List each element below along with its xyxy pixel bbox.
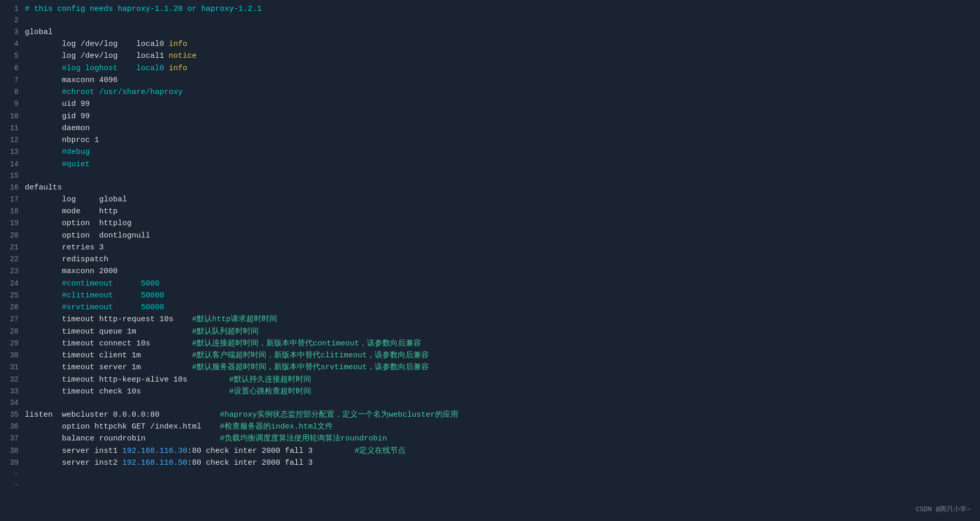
line-content: #debug — [25, 146, 976, 158]
line-content: maxconn 4096 — [25, 74, 976, 86]
code-line: 4 log /dev/log local0 info — [0, 38, 980, 50]
token: timeout http-keep-alive 10s — [25, 375, 229, 384]
token: #默认客户端超时时间，新版本中替代clitimeout，该参数向后兼容 — [192, 351, 429, 360]
token: global — [25, 28, 53, 37]
line-content: redispatch — [25, 254, 976, 265]
line-content: #contimeout 5000 — [25, 278, 976, 290]
line-number: 3 — [4, 27, 19, 38]
code-line: 23 maxconn 2000 — [0, 265, 980, 277]
line-number: 18 — [4, 206, 19, 217]
watermark: CSDN @两只小羊~ — [915, 504, 971, 514]
line-number: 11 — [4, 123, 19, 134]
code-line: ~ — [0, 469, 980, 480]
code-line: 1# this config needs haproxy-1.1.28 or h… — [0, 3, 980, 15]
code-line: 26 #srvtimeout 50000 — [0, 302, 980, 313]
line-content: mode http — [25, 206, 976, 217]
code-line: 19 option httplog — [0, 217, 980, 229]
code-line: 22 redispatch — [0, 254, 980, 265]
token: #chroot /usr/share/haproxy — [25, 88, 183, 97]
line-number: 9 — [4, 99, 19, 110]
line-number: 36 — [4, 421, 19, 433]
line-content: #quiet — [25, 159, 976, 170]
line-number: 33 — [4, 386, 19, 398]
line-content: retries 3 — [25, 242, 976, 254]
token: #默认服务器超时时间，新版本中替代srvtimeout，该参数向后兼容 — [192, 363, 429, 372]
line-number: 16 — [4, 182, 19, 194]
code-line: 36 option httpchk GET /index.html #检查服务器… — [0, 421, 980, 433]
token: timeout client 1m — [25, 351, 192, 360]
line-number: ~ — [4, 469, 19, 480]
line-number: 5 — [4, 51, 19, 62]
line-number: 12 — [4, 135, 19, 146]
line-content: timeout client 1m #默认客户端超时时间，新版本中替代cliti… — [25, 350, 976, 361]
code-editor: 1# this config needs haproxy-1.1.28 or h… — [0, 0, 980, 494]
line-number: 28 — [4, 326, 19, 338]
code-line: 16defaults — [0, 182, 980, 194]
code-line: 3global — [0, 26, 980, 38]
line-number: 29 — [4, 338, 19, 350]
line-content: nbproc 1 — [25, 134, 976, 146]
token: maxconn 2000 — [25, 267, 118, 276]
token: #默认连接超时时间，新版本中替代contimeout，该参数向后兼容 — [192, 339, 421, 348]
line-number: 1 — [4, 4, 19, 15]
code-line: 21 retries 3 — [0, 242, 980, 254]
code-line: 6 #log loghost local0 info — [0, 62, 980, 74]
token: #默认http请求超时时间 — [192, 315, 277, 324]
line-content: timeout queue 1m #默认队列超时时间 — [25, 326, 976, 338]
code-line: 7 maxconn 4096 — [0, 74, 980, 86]
line-number: 21 — [4, 242, 19, 254]
token: #debug — [25, 148, 90, 156]
code-line: 10 gid 99 — [0, 110, 980, 122]
line-content: option httpchk GET /index.html #检查服务器的in… — [25, 421, 976, 433]
code-line: 30 timeout client 1m #默认客户端超时时间，新版本中替代cl… — [0, 350, 980, 361]
line-number: 15 — [4, 170, 19, 182]
token: #默认持久连接超时时间 — [229, 375, 311, 384]
token: timeout http-request 10s — [25, 315, 192, 324]
token: info — [169, 40, 187, 49]
line-number: 27 — [4, 314, 19, 325]
line-number: 35 — [4, 409, 19, 421]
line-content: #clitimeout 50000 — [25, 290, 976, 302]
line-content: global — [25, 26, 976, 38]
code-line: 13 #debug — [0, 146, 980, 158]
line-content: server inst1 192.168.116.30:80 check int… — [25, 445, 976, 457]
token: daemon — [25, 124, 90, 133]
token: server inst1 — [25, 447, 122, 455]
token: #负载均衡调度度算法使用轮询算法roundrobin — [220, 434, 387, 443]
line-number: 37 — [4, 433, 19, 445]
token: timeout queue 1m — [25, 327, 192, 336]
token: #检查服务器的index.html文件 — [220, 422, 333, 431]
line-content: log /dev/log local1 notice — [25, 50, 976, 62]
line-content: defaults — [25, 182, 976, 194]
line-number: 4 — [4, 39, 19, 50]
token: retries 3 — [25, 243, 104, 252]
token: mode http — [25, 207, 118, 216]
token: #contimeout 5000 — [25, 279, 159, 288]
line-content: #chroot /usr/share/haproxy — [25, 86, 976, 98]
line-number: 14 — [4, 159, 19, 170]
token: log /dev/log local1 — [25, 52, 169, 60]
code-line: ~ — [0, 480, 980, 492]
code-line: 20 option dontlognull — [0, 230, 980, 242]
line-content: gid 99 — [25, 110, 976, 122]
code-line: 27 timeout http-request 10s #默认http请求超时时… — [0, 313, 980, 325]
line-number: 19 — [4, 218, 19, 229]
line-number: 30 — [4, 350, 19, 361]
line-content: log global — [25, 194, 976, 206]
line-number: 23 — [4, 266, 19, 277]
token: # this config needs haproxy-1.1.28 or ha… — [25, 5, 262, 13]
token: server inst2 — [25, 459, 122, 467]
token: nbproc 1 — [25, 136, 99, 145]
token: #haproxy实例状态监控部分配置，定义一个名为webcluster的应用 — [220, 411, 458, 419]
token: timeout server 1m — [25, 363, 192, 372]
code-line: 33 timeout check 10s #设置心跳检查超时时间 — [0, 386, 980, 398]
line-content: option httplog — [25, 217, 976, 229]
token: option httplog — [25, 219, 132, 228]
line-content: server inst2 192.168.116.50:80 check int… — [25, 457, 976, 469]
line-number: ~ — [4, 480, 19, 492]
line-content: option dontlognull — [25, 230, 976, 242]
code-line: 25 #clitimeout 50000 — [0, 290, 980, 302]
code-line: 15 — [0, 170, 980, 182]
line-number: 13 — [4, 147, 19, 158]
code-line: 14 #quiet — [0, 159, 980, 170]
